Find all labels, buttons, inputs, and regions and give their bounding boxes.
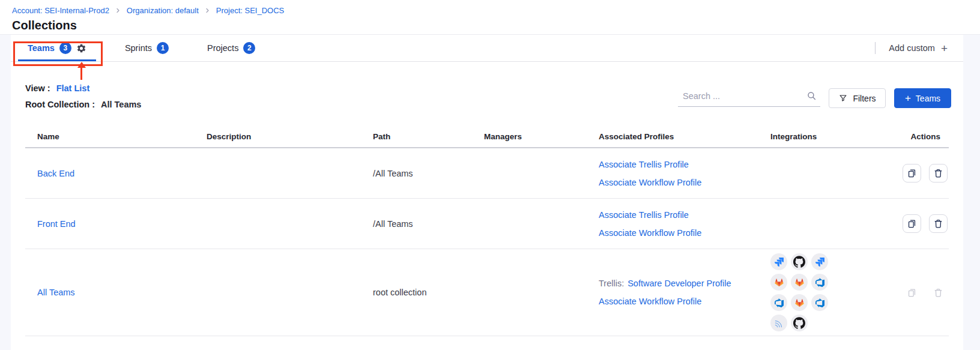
add-custom-label: Add custom <box>889 43 935 53</box>
copy-icon <box>907 168 917 178</box>
add-custom-button[interactable]: Add custom + <box>885 42 951 55</box>
associate-profile-link[interactable]: Associate Trellis Profile <box>599 160 689 169</box>
tab-count-badge: 1 <box>157 42 169 54</box>
breadcrumb-link[interactable]: Organization: default <box>127 6 199 15</box>
table-row: Front End /All Teams Associate Trellis P… <box>25 199 949 249</box>
search-box <box>678 88 820 107</box>
associate-profile-link[interactable]: Associate Workflow Profile <box>599 228 701 238</box>
cell-integrations <box>758 249 891 336</box>
page-header: Account: SEI-Internal-Prod2Organization:… <box>0 0 980 35</box>
root-collection-label: Root Collection : <box>25 100 95 109</box>
jira-icon <box>811 253 828 270</box>
cell-associated-profiles: Trellis:Software Developer ProfileAssoci… <box>587 277 758 307</box>
add-teams-button[interactable]: + Teams <box>894 88 951 108</box>
gitlab-icon <box>791 274 808 291</box>
table-row: Back End /All Teams Associate Trellis Pr… <box>25 148 949 199</box>
delete-button[interactable] <box>929 214 948 233</box>
table-row: All Teams root collection Trellis:Softwa… <box>25 249 949 336</box>
tab-label: Sprints <box>125 43 152 53</box>
gitlab-icon <box>791 294 808 311</box>
cell-path: /All Teams <box>361 219 472 229</box>
copy-button <box>903 283 921 302</box>
copy-icon <box>907 288 917 298</box>
filter-funnel-icon <box>838 94 848 103</box>
github-icon <box>791 253 808 270</box>
root-collection-value: All Teams <box>101 100 141 109</box>
jira-icon <box>770 253 787 270</box>
delete-button[interactable] <box>929 164 948 183</box>
page-background: Teams 3 Sprints 1 Projects 2 Add custom … <box>0 35 980 350</box>
tab-label: Projects <box>207 43 238 53</box>
view-label: View : <box>25 83 50 93</box>
azure-devops-icon <box>811 274 828 291</box>
azure-devops-icon <box>811 294 828 311</box>
table-body: Back End /All Teams Associate Trellis Pr… <box>25 148 949 336</box>
vertical-divider <box>875 42 876 54</box>
breadcrumb-link[interactable]: Account: SEI-Internal-Prod2 <box>12 6 109 15</box>
copy-button[interactable] <box>903 214 921 233</box>
associate-profile-link[interactable]: Associate Workflow Profile <box>599 297 701 306</box>
azure-devops-icon <box>770 294 787 311</box>
cell-associated-profiles: Associate Trellis ProfileAssociate Workf… <box>587 158 758 189</box>
collection-name-link[interactable]: Back End <box>37 169 74 178</box>
delete-button <box>929 283 948 302</box>
trash-icon <box>933 288 943 298</box>
filters-button[interactable]: Filters <box>829 88 886 108</box>
content-card: Teams 3 Sprints 1 Projects 2 Add custom … <box>11 35 963 350</box>
gitlab-icon <box>770 274 787 291</box>
plus-icon: + <box>905 93 911 103</box>
profile-prefix: Trellis: <box>599 279 624 288</box>
breadcrumb-link[interactable]: Project: SEI_DOCS <box>216 6 284 15</box>
page-title: Collections <box>12 19 968 32</box>
tab-teams[interactable]: Teams 3 <box>18 35 96 61</box>
trash-icon <box>933 168 943 178</box>
gear-icon[interactable] <box>76 43 86 53</box>
plus-icon: + <box>941 43 948 54</box>
cell-associated-profiles: Associate Trellis ProfileAssociate Workf… <box>587 209 758 239</box>
column-header-description: Description <box>195 132 361 141</box>
add-teams-label: Teams <box>916 94 940 103</box>
tab-count-badge: 2 <box>243 42 255 54</box>
cell-path: /All Teams <box>361 169 472 178</box>
trash-icon <box>933 219 943 229</box>
toolbar: View : Flat List Root Collection : All T… <box>11 62 963 109</box>
column-header-actions: Actions <box>891 132 949 141</box>
associate-profile-link[interactable]: Associate Workflow Profile <box>599 178 701 187</box>
collection-name-link[interactable]: All Teams <box>37 288 75 297</box>
search-input[interactable] <box>678 88 820 107</box>
copy-button[interactable] <box>903 164 921 183</box>
column-header-integrations: Integrations <box>758 132 891 141</box>
toolbar-actions: Filters + Teams <box>678 88 951 109</box>
column-header-path: Path <box>361 132 472 141</box>
view-settings: View : Flat List Root Collection : All T… <box>25 83 141 109</box>
tab-list: Teams 3 Sprints 1 Projects 2 <box>18 35 265 61</box>
collections-table: NameDescriptionPathManagersAssociated Pr… <box>11 125 963 336</box>
cell-actions <box>891 164 949 183</box>
chevron-right-icon <box>205 8 210 13</box>
tab-label: Teams <box>28 43 55 53</box>
table-header-row: NameDescriptionPathManagersAssociated Pr… <box>25 125 949 148</box>
column-header-associated-profiles: Associated Profiles <box>587 132 758 141</box>
cell-actions <box>891 283 949 302</box>
github-icon <box>791 315 808 331</box>
tab-count-badge: 3 <box>59 42 71 54</box>
copy-icon <box>907 219 917 229</box>
associate-profile-link[interactable]: Software Developer Profile <box>628 279 731 288</box>
tab-projects[interactable]: Projects 2 <box>198 35 265 61</box>
tab-sprints[interactable]: Sprints 1 <box>115 35 178 61</box>
cell-actions <box>891 214 949 233</box>
filters-label: Filters <box>853 94 876 103</box>
cell-path: root collection <box>361 288 472 297</box>
column-header-managers: Managers <box>472 132 587 141</box>
breadcrumb: Account: SEI-Internal-Prod2Organization:… <box>12 6 968 15</box>
add-custom-area: Add custom + <box>875 42 951 55</box>
chevron-right-icon <box>115 8 121 13</box>
column-header-name: Name <box>25 132 195 141</box>
search-icon <box>806 91 817 101</box>
tab-bar: Teams 3 Sprints 1 Projects 2 Add custom … <box>11 35 963 62</box>
view-mode-link[interactable]: Flat List <box>56 83 90 93</box>
sonarqube-icon <box>770 315 787 331</box>
associate-profile-link[interactable]: Associate Trellis Profile <box>599 210 689 220</box>
collection-name-link[interactable]: Front End <box>37 219 76 229</box>
